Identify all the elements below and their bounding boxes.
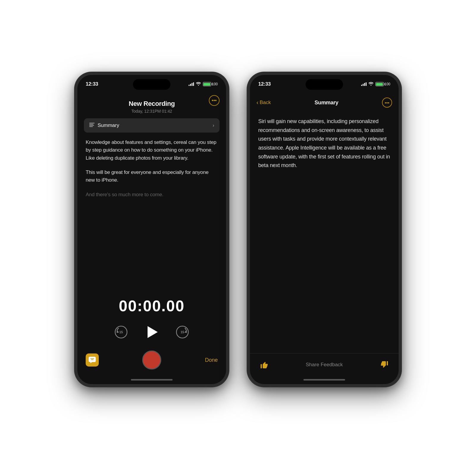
- battery-left: 100: [203, 82, 218, 86]
- left-phone: 12:33: [74, 72, 229, 387]
- more-button-left[interactable]: •••: [209, 95, 220, 106]
- thumbs-up-button[interactable]: [258, 359, 270, 371]
- signal-bars-right: [361, 82, 367, 86]
- transcript-area: Knowledge about features and settings, c…: [77, 139, 226, 288]
- status-icons-right: 100: [361, 82, 390, 87]
- home-indicator-right: [303, 379, 345, 381]
- more-button-right[interactable]: •••: [382, 98, 392, 108]
- summary-body: Siri will gain new capabilities, includi…: [250, 112, 399, 353]
- svg-rect-0: [89, 123, 95, 123]
- summary-text: Siri will gain new capabilities, includi…: [258, 117, 390, 170]
- right-screen-content: ‹ Back Summary ••• Siri will gain new ca…: [250, 91, 399, 384]
- dynamic-island-right: [306, 79, 343, 90]
- right-screen: 12:33: [250, 75, 399, 384]
- feedback-bar: Share Feedback: [250, 353, 399, 377]
- skip-back-button[interactable]: 15: [114, 325, 129, 339]
- svg-rect-1: [89, 124, 93, 125]
- battery-text-left: 100: [212, 82, 218, 86]
- transcript-para-2: This will be great for everyone and espe…: [86, 169, 218, 184]
- left-screen-content: New Recording Today, 12:31PM 01:42 •••: [77, 91, 226, 384]
- wifi-icon-left: [196, 82, 201, 87]
- svg-text:15: 15: [181, 330, 184, 334]
- skip-forward-button[interactable]: 15: [175, 325, 190, 339]
- timer-display: 00:00.00: [77, 288, 226, 321]
- svg-rect-2: [89, 125, 94, 126]
- battery-text-right: 100: [384, 82, 390, 86]
- feedback-label: Share Feedback: [276, 362, 372, 368]
- summary-pill-icon: [89, 123, 95, 128]
- right-phone: 12:33: [247, 72, 402, 387]
- signal-bars-left: [189, 82, 194, 86]
- left-phone-shell: 12:33: [74, 72, 229, 387]
- summary-pill-arrow: ›: [213, 123, 214, 128]
- transcript-para-1: Knowledge about features and settings, c…: [86, 139, 218, 162]
- right-phone-shell: 12:33: [247, 72, 402, 387]
- done-button[interactable]: Done: [205, 357, 218, 363]
- bottom-bar-left: Done: [77, 346, 226, 377]
- svg-text:15: 15: [119, 330, 123, 334]
- status-time-right: 12:33: [258, 81, 271, 87]
- battery-right: 100: [375, 82, 390, 86]
- recording-title-area: New Recording Today, 12:31PM 01:42: [77, 94, 226, 118]
- svg-rect-3: [89, 126, 93, 127]
- summary-pill[interactable]: Summary ›: [84, 118, 220, 133]
- home-indicator-left: [131, 379, 173, 381]
- status-icons-left: 100: [189, 82, 218, 87]
- back-chevron-icon: ‹: [256, 99, 259, 106]
- dynamic-island: [133, 79, 170, 90]
- nav-title: Summary: [314, 100, 338, 106]
- status-time-left: 12:33: [86, 81, 98, 87]
- back-button[interactable]: ‹ Back: [256, 99, 271, 106]
- transcript-para-3: And there's so much more to come.: [86, 191, 218, 199]
- feedback-icon-button[interactable]: [86, 353, 99, 367]
- thumbs-down-button[interactable]: [378, 359, 390, 371]
- summary-pill-label: Summary: [98, 122, 119, 128]
- back-label: Back: [260, 100, 271, 106]
- wifi-icon-right: [369, 82, 373, 87]
- recording-subtitle: Today, 12:31PM 01:42: [86, 109, 218, 114]
- left-screen: 12:33: [77, 75, 226, 384]
- playback-controls: 15: [77, 321, 226, 346]
- play-button[interactable]: [143, 324, 160, 340]
- summary-nav: ‹ Back Summary •••: [250, 94, 399, 112]
- recording-title: New Recording: [86, 100, 218, 108]
- record-button[interactable]: [142, 350, 161, 370]
